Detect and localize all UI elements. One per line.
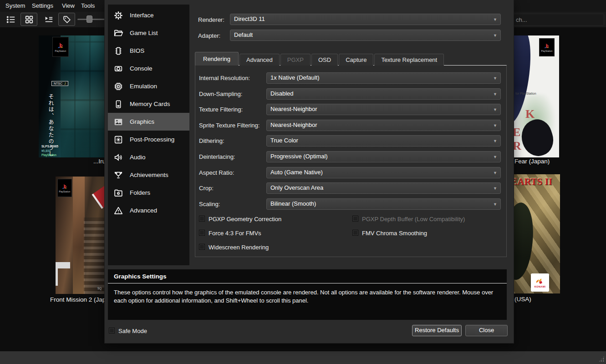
widescreen-rendering-label: Widescreen Rendering	[209, 244, 269, 251]
tab-capture[interactable]: Capture	[339, 54, 373, 66]
sidebar-item-achievements[interactable]: Achievements	[108, 166, 189, 184]
internal-resolution-dropdown[interactable]: 1x Native (Default) ▼	[266, 72, 501, 84]
playstation-wordmark: PlayStation	[59, 191, 71, 193]
game-cover-vandal-hearts-2[interactable]: EARTS II KONAMI	[510, 174, 560, 293]
cover-letters-er: E R	[513, 126, 559, 153]
tag-icon	[62, 15, 71, 24]
tab-pgxp: PGXP	[280, 54, 311, 66]
cover-size-slider-track[interactable]	[77, 19, 107, 20]
tags-button[interactable]	[58, 13, 75, 26]
menu-view[interactable]: View	[62, 2, 75, 9]
force-43-fmv-checkbox[interactable]	[199, 230, 205, 236]
safe-mode-label: Safe Mode	[118, 328, 147, 334]
texture-filtering-dropdown[interactable]: Nearest-Neighbor ▼	[266, 104, 501, 115]
cover-letter-k: K	[525, 107, 535, 121]
cpu-icon	[113, 81, 124, 92]
sidebar-item-label: Memory Cards	[130, 101, 170, 107]
crop-dropdown[interactable]: Only Overscan Area ▼	[266, 182, 501, 194]
cover-art-metal	[84, 217, 107, 294]
fmv-chroma-smoothing-checkbox[interactable]	[352, 230, 358, 236]
game-caption-fear: Fear (Japan)	[514, 158, 550, 165]
cover-tagline: for PlayStation	[515, 92, 536, 95]
interface-icon	[113, 10, 124, 21]
pgxp-depth-buffer-label: PGXP Depth Buffer (Low Compatibility)	[362, 216, 465, 222]
pgxp-geometry-correction-label: PGXP Geometry Correction	[209, 216, 281, 222]
sidebar-item-advanced[interactable]: Advanced	[108, 202, 189, 219]
sidebar-item-folders[interactable]: Folders	[108, 184, 189, 202]
sprite-texture-filtering-dropdown[interactable]: Nearest-Neighbor ▼	[266, 120, 501, 131]
resize-grip[interactable]	[598, 356, 605, 362]
chevron-down-icon: ▼	[493, 89, 497, 99]
texture-filtering-label: Texture Filtering:	[199, 106, 243, 113]
game-cover-fear[interactable]: PlayStation for PlayStation K E R	[509, 35, 559, 157]
description-body: These options control how the graphics o…	[114, 288, 500, 305]
adapter-dropdown[interactable]: Default ▼	[230, 30, 501, 41]
restore-defaults-button[interactable]: Restore Defaults	[412, 325, 462, 336]
cover-brand-line: PlayStation	[41, 153, 56, 157]
chevron-down-icon: ▼	[493, 15, 497, 25]
dithering-dropdown[interactable]: True Color ▼	[266, 135, 501, 147]
sidebar-item-emulation[interactable]: Emulation	[108, 77, 189, 95]
internal-resolution-value: 1x Native (Default)	[270, 74, 320, 81]
ntsc-j-badge: NTSC J	[51, 81, 68, 86]
sidebar-item-game-list[interactable]: Game List	[108, 24, 189, 42]
sprite-texture-filtering-label: Sprite Texture Filtering:	[199, 122, 260, 129]
renderer-dropdown[interactable]: Direct3D 11 ▼	[230, 14, 501, 25]
tab-advanced[interactable]: Advanced	[239, 54, 280, 66]
grid-view-button[interactable]	[20, 13, 37, 26]
tab-rendering[interactable]: Rendering	[195, 52, 239, 66]
chevron-down-icon: ▼	[493, 30, 497, 40]
duckstation-window: System Settings View Tools	[0, 0, 606, 364]
force-43-fmv-label: Force 4:3 For FMVs	[209, 230, 261, 237]
down-sampling-label: Down-Sampling:	[199, 91, 242, 97]
renderer-value: Direct3D 11	[234, 15, 265, 22]
texture-filtering-value: Nearest-Neighbor	[270, 106, 317, 112]
chevron-down-icon: ▼	[493, 136, 497, 146]
pgxp-geometry-correction-checkbox[interactable]	[199, 216, 205, 222]
sidebar-item-graphics[interactable]: Graphics	[108, 113, 189, 131]
sidebar-item-bios[interactable]: BIOS	[108, 42, 189, 60]
sidebar-item-interface[interactable]: Interface	[108, 6, 189, 24]
cover-code: SLPS 00965	[41, 145, 58, 148]
widescreen-rendering-checkbox[interactable]	[199, 244, 205, 250]
deinterlacing-value: Progressive (Optimal)	[270, 153, 328, 160]
menu-system[interactable]: System	[5, 2, 25, 9]
tab-osd[interactable]: OSD	[311, 54, 338, 66]
safe-mode-checkbox[interactable]	[109, 328, 115, 334]
game-caption-iru: ...Iru	[64, 158, 106, 165]
console-icon	[113, 63, 124, 74]
fmv-chroma-smoothing-label: FMV Chroma Smoothing	[362, 230, 427, 237]
aspect-ratio-value: Auto (Game Native)	[270, 169, 323, 176]
description-title: Graphics Settings	[114, 273, 167, 280]
sidebar-item-console[interactable]: Console	[108, 60, 189, 77]
cover-art-white-shape-2	[56, 262, 58, 286]
chevron-down-icon: ▼	[493, 199, 497, 209]
list-view-button[interactable]	[5, 13, 17, 26]
game-caption-vandal-hearts: (USA)	[514, 296, 531, 303]
deinterlacing-dropdown[interactable]: Progressive (Optimal) ▼	[266, 151, 501, 162]
sidebar-item-label: Folders	[130, 189, 150, 196]
game-cover-front-mission-2[interactable]: PlayStation SQ	[56, 177, 107, 294]
graphics-icon	[113, 116, 124, 127]
close-button[interactable]: Close	[465, 325, 508, 336]
menu-tools[interactable]: Tools	[81, 2, 95, 9]
playstation-logo: PlayStation	[539, 38, 555, 56]
menu-settings[interactable]: Settings	[32, 2, 53, 9]
cover-size-slider-handle[interactable]	[87, 15, 92, 23]
playlist-view-button[interactable]	[42, 13, 55, 26]
trophy-icon	[113, 170, 124, 181]
sidebar-item-memory-cards[interactable]: Memory Cards	[108, 95, 189, 113]
aspect-ratio-dropdown[interactable]: Auto (Game Native) ▼	[266, 167, 501, 178]
game-cover-iru[interactable]: PlayStation NTSC J それは、あなたのうしろに… SLPS 00…	[39, 35, 107, 157]
sidebar-item-audio[interactable]: Audio	[108, 148, 189, 166]
search-input[interactable]	[513, 14, 604, 26]
sidebar-item-post-processing[interactable]: Post-Processing	[108, 131, 189, 148]
chevron-down-icon: ▼	[493, 152, 497, 162]
scaling-label: Scaling:	[199, 201, 220, 207]
down-sampling-value: Disabled	[270, 90, 294, 97]
down-sampling-dropdown[interactable]: Disabled ▼	[266, 88, 501, 100]
scaling-dropdown[interactable]: Bilinear (Smooth) ▼	[266, 198, 501, 210]
grid-view-icon	[25, 15, 34, 24]
tab-texture-replacement[interactable]: Texture Replacement	[374, 54, 444, 66]
sidebar-item-label: BIOS	[130, 47, 144, 54]
